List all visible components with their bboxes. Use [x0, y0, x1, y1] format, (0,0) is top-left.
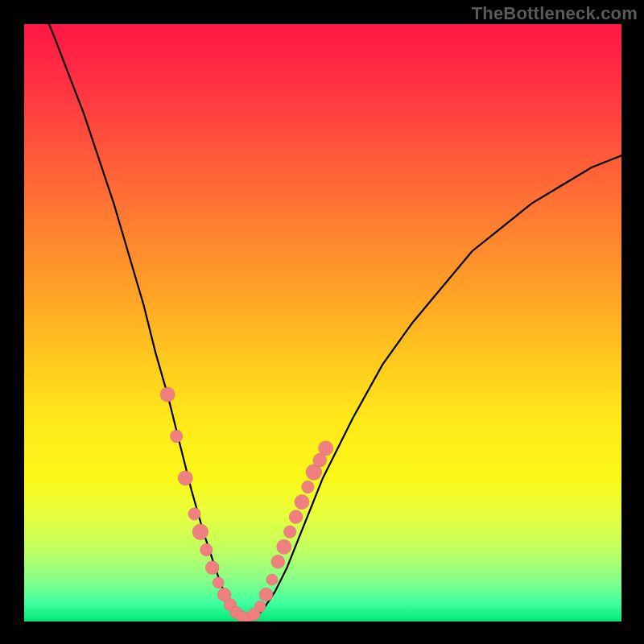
data-marker: [254, 601, 266, 613]
data-marker: [178, 471, 192, 485]
data-marker: [192, 524, 208, 540]
data-marker: [277, 539, 291, 554]
data-marker: [271, 555, 285, 568]
data-marker: [213, 577, 224, 588]
data-marker: [319, 441, 333, 456]
plot-area: [24, 24, 621, 621]
data-marker: [284, 526, 296, 538]
curve-layer: [24, 24, 621, 621]
data-marker: [205, 561, 219, 575]
chart-frame: TheBottleneck.com: [0, 0, 644, 644]
bottleneck-curve: [24, 24, 621, 618]
data-marker: [160, 387, 175, 402]
data-marker: [266, 574, 278, 585]
data-marker: [302, 481, 314, 493]
data-marker: [171, 430, 183, 442]
watermark-text: TheBottleneck.com: [472, 3, 638, 24]
data-marker: [289, 510, 303, 524]
data-marker: [295, 495, 309, 510]
data-marker: [200, 543, 213, 555]
data-marker: [188, 508, 200, 520]
data-marker: [259, 588, 273, 601]
